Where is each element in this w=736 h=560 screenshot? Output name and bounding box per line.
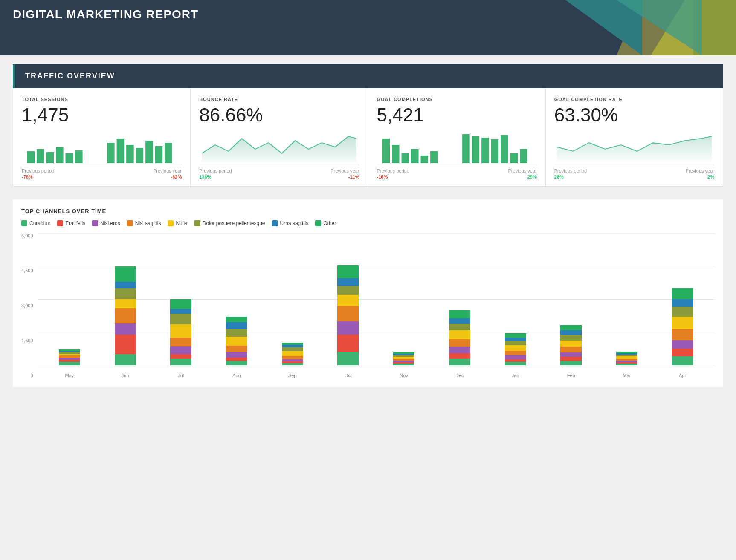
bar-segment — [337, 295, 359, 306]
kpi-pp-val-r: 28% — [554, 174, 587, 179]
legend-item: Nisi sagittis — [127, 220, 161, 226]
bar-segment — [170, 309, 191, 313]
bar-segment — [170, 359, 191, 366]
stacked-bar — [616, 352, 637, 365]
bar-segment — [59, 362, 80, 365]
kpi-chart-goals — [377, 130, 537, 164]
svg-rect-5 — [75, 150, 83, 163]
bar-segment — [170, 314, 191, 325]
bar-segment — [393, 364, 414, 365]
bar-segment — [560, 330, 582, 335]
bar-segment — [672, 317, 693, 329]
bar-segment — [337, 306, 359, 321]
bar-segment — [115, 282, 136, 289]
kpi-bounce-rate: BOUNCE RATE 86.66% Previous period — [191, 88, 368, 186]
bar-segment — [672, 340, 693, 349]
legend-item: Urna sagittis — [272, 220, 309, 226]
bar-segment — [337, 265, 359, 278]
svg-rect-6 — [107, 143, 115, 163]
bar-segment — [337, 286, 359, 295]
kpi-pp-val-s: -76% — [22, 174, 54, 179]
kpi-label-goals: GOAL COMPLETIONS — [377, 97, 537, 102]
bar-segment — [616, 364, 637, 365]
kpi-total-sessions: TOTAL SESSIONS 1,475 — [13, 88, 191, 186]
bar-group — [560, 325, 582, 365]
x-axis-label: Aug — [224, 373, 249, 378]
bar-segment — [115, 308, 136, 323]
x-axis-label: Apr — [670, 373, 695, 378]
bar-segment — [115, 323, 136, 335]
kpi-goal-rate: GOAL COMPLETION RATE 63.30% Previous — [546, 88, 723, 186]
stacked-bar — [337, 265, 359, 365]
bar-segment — [170, 346, 191, 354]
chart-legend: CurabiturErat felisNisi erosNisi sagitti… — [21, 220, 715, 226]
kpi-pp-label-g: Previous period — [377, 168, 409, 173]
kpi-py-label-g: Previous year — [508, 168, 536, 173]
stacked-bar — [672, 288, 693, 365]
bar-segment — [170, 354, 191, 358]
legend-item: Curabitur — [21, 220, 50, 226]
legend-label: Other — [323, 220, 336, 226]
bar-segment — [282, 356, 303, 359]
legend-item: Erat felis — [57, 220, 85, 226]
bar-group — [59, 349, 80, 365]
legend-item: Other — [315, 220, 336, 226]
svg-rect-10 — [145, 141, 153, 163]
kpi-pp-label-r: Previous period — [554, 168, 587, 173]
bar-segment — [226, 337, 247, 346]
main-content: TRAFFIC OVERVIEW TOTAL SESSIONS 1,475 — [0, 55, 736, 399]
legend-label: Curabitur — [29, 220, 50, 226]
bar-group — [616, 352, 637, 365]
svg-rect-9 — [136, 148, 144, 163]
bar-segment — [170, 338, 191, 346]
svg-rect-24 — [510, 153, 518, 163]
bar-segment — [226, 329, 247, 337]
legend-color — [57, 220, 63, 226]
bar-group — [282, 343, 303, 365]
bar-segment — [170, 299, 191, 309]
kpi-footer-sessions: Previous period -76% Previous year -62% — [22, 168, 182, 179]
kpi-chart-rate — [554, 130, 714, 164]
bar-segment — [449, 359, 470, 366]
kpi-label-sessions: TOTAL SESSIONS — [22, 97, 182, 102]
x-axis-label: Jun — [113, 373, 138, 378]
bar-segment — [337, 352, 359, 365]
kpi-goal-completions: GOAL COMPLETIONS 5,421 — [368, 88, 546, 186]
bar-segment — [226, 322, 247, 329]
legend-color — [92, 220, 98, 226]
kpi-footer-goals: Previous period -16% Previous year 29% — [377, 168, 537, 179]
kpi-pp-label-s: Previous period — [22, 168, 54, 173]
bar-group — [170, 299, 191, 365]
bar-segment — [282, 351, 303, 355]
bar-segment — [505, 359, 526, 362]
legend-color — [21, 220, 27, 226]
bar-segment — [115, 299, 136, 308]
y-axis-label: 6,000 — [21, 233, 33, 238]
bar-segment — [560, 341, 582, 347]
top-channels-section: TOP CHANNELS OVER TIME CurabiturErat fel… — [13, 199, 723, 387]
kpi-value-bounce: 86.66% — [199, 104, 359, 126]
bar-segment — [560, 347, 582, 352]
bar-segment — [337, 278, 359, 286]
bar-segment — [226, 361, 247, 365]
legend-color — [168, 220, 174, 226]
legend-item: Dolor posuere pellentesque — [194, 220, 265, 226]
legend-color — [127, 220, 133, 226]
svg-rect-2 — [46, 152, 54, 163]
legend-item: Nisi eros — [92, 220, 120, 226]
svg-rect-15 — [401, 153, 409, 163]
svg-rect-22 — [491, 139, 498, 163]
bar-segment — [505, 338, 526, 341]
stacked-bar — [393, 352, 414, 365]
legend-label: Erat felis — [65, 220, 85, 226]
bar-segment — [672, 356, 693, 365]
legend-color — [194, 220, 200, 226]
bar-segment — [560, 335, 582, 341]
legend-label: Nulla — [176, 220, 187, 226]
kpi-value-goals: 5,421 — [377, 104, 537, 126]
y-axis-label: 4,500 — [21, 268, 33, 273]
bar-segment — [672, 299, 693, 307]
bar-segment — [226, 358, 247, 361]
header: DIGITAL MARKETING REPORT — [0, 0, 736, 55]
bar-chart-area: MayJunJulAugSepOctNovDecJanFebMarApr — [38, 233, 715, 378]
